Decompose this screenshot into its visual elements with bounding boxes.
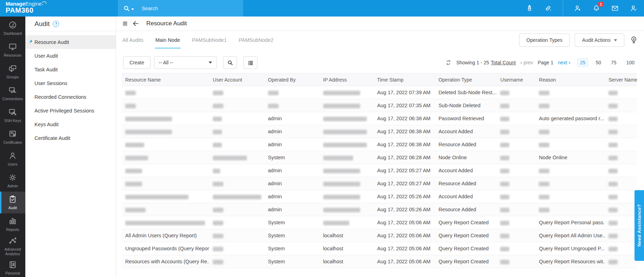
sidebar-item-label: Reports: [6, 227, 19, 232]
total-count-link[interactable]: Total Count: [491, 60, 516, 65]
tab-pamsubnode1[interactable]: PAMSubNode1: [191, 31, 228, 49]
redacted-cell: [125, 156, 148, 160]
submenu-item-keys-audit[interactable]: Keys Audit: [25, 117, 116, 131]
column-header-ip-address: IP Address: [320, 73, 374, 86]
redacted-cell: [608, 169, 618, 173]
cell-time-stamp: Aug 17, 2022 07:35 AM: [374, 99, 435, 112]
cell-username: [497, 255, 535, 268]
cell-reason: Query Report Ungrouped P...: [535, 242, 605, 255]
create-button[interactable]: Create: [123, 56, 151, 69]
redacted-cell: [268, 104, 279, 108]
page-size-100[interactable]: 100: [624, 59, 637, 66]
sidebar-item-users[interactable]: Users: [0, 148, 25, 170]
cell-text: admin: [268, 194, 282, 199]
link-icon[interactable]: [544, 4, 552, 12]
user-star-icon[interactable]: [574, 4, 582, 12]
sidebar-item-resources[interactable]: Resources: [0, 39, 25, 61]
page-size-50[interactable]: 50: [593, 59, 604, 66]
cell-text: admin: [268, 129, 282, 134]
back-arrow-icon[interactable]: [132, 20, 139, 27]
cell-username: [497, 216, 535, 229]
cell-text: Aug 17, 2022 05:26 AM: [377, 207, 431, 212]
sidebar-item-groups[interactable]: Groups: [0, 61, 25, 83]
cell-text: Aug 17, 2022 06:38 AM: [377, 129, 431, 134]
top-bar: ManageEngine PAM360 1: [0, 0, 644, 17]
submenu-item-user-audit[interactable]: User Audit: [25, 49, 116, 63]
help-icon[interactable]: ?: [53, 21, 59, 27]
redacted-cell: [500, 143, 509, 147]
column-chooser-button[interactable]: [243, 56, 257, 69]
redacted-cell: [268, 91, 279, 95]
sidebar-item-connections[interactable]: Connections: [0, 83, 25, 104]
submenu-item-active-privileged-sessions[interactable]: Active Privileged Sessions: [25, 104, 116, 117]
sidebar-item-reports[interactable]: Reports: [0, 213, 25, 235]
tab-pamsubnode2[interactable]: PAMSubNode2: [238, 31, 274, 49]
page-size-25[interactable]: 25: [577, 58, 588, 67]
table-search-button[interactable]: [223, 56, 237, 69]
cell-server-name: [605, 112, 637, 125]
sidebar-item-personal[interactable]: Personal: [0, 257, 25, 277]
collapse-menu-icon[interactable]: [122, 20, 129, 27]
global-search-bar[interactable]: [118, 0, 243, 17]
submenu-item-task-audit[interactable]: Task Audit: [25, 63, 116, 76]
table-row: adminAug 17, 2022 05:26 AMResource Added: [122, 203, 637, 216]
search-input[interactable]: [142, 6, 226, 11]
cell-ip-address: localhost: [320, 242, 374, 255]
cell-operated-by: System: [264, 242, 320, 255]
redacted-cell: [213, 247, 223, 251]
cell-text: Query Report Created: [439, 233, 489, 238]
redacted-cell: [500, 221, 509, 225]
mail-icon[interactable]: [611, 4, 619, 12]
search-icon[interactable]: [123, 5, 130, 12]
refresh-icon[interactable]: [445, 59, 452, 66]
redacted-cell: [323, 130, 367, 134]
prev-page-button[interactable]: ‹ prev: [520, 59, 533, 66]
cell-text: Query Report All Admin Use...: [539, 233, 605, 238]
submenu-item-resource-audit[interactable]: Resource Audit: [25, 35, 116, 49]
redacted-cell: [213, 117, 222, 121]
bell-icon[interactable]: 1: [592, 4, 600, 12]
cell-operated-by: admin: [264, 125, 320, 138]
submenu-item-certificate-audit[interactable]: Certificate Audit: [25, 131, 116, 145]
redacted-cell: [323, 195, 360, 199]
cell-text: Query Report Resources wit...: [539, 259, 605, 264]
page-size-75[interactable]: 75: [608, 59, 619, 66]
cell-text: admin: [268, 168, 282, 173]
tips-bulb-icon[interactable]: [629, 36, 638, 45]
tab-all-audits[interactable]: All Audits: [122, 31, 144, 49]
cell-reason: Auto generated password r...: [535, 112, 605, 125]
tab-main-node[interactable]: Main Node: [155, 31, 181, 49]
audit-actions-button[interactable]: Audit Actions: [575, 33, 624, 47]
next-page-button[interactable]: next ›: [558, 59, 570, 66]
cell-time-stamp: Aug 17, 2022 06:38 AM: [374, 125, 435, 138]
sidebar-item-audit[interactable]: Audit: [0, 192, 25, 213]
users-icon: [8, 151, 17, 160]
filter-select[interactable]: -- All --: [154, 56, 217, 69]
sidebar-item-admin[interactable]: Admin: [0, 170, 25, 192]
cell-text: Aug 17, 2022 07:35 AM: [377, 103, 431, 108]
cell-operation-type: Query Report Created: [435, 242, 497, 255]
submenu-item-user-sessions[interactable]: User Sessions: [25, 76, 116, 90]
redacted-cell: [500, 247, 509, 251]
user-profile-icon[interactable]: [630, 4, 638, 12]
sidebar-item-ssh-keys[interactable]: SSH Keys: [0, 104, 25, 126]
submenu-item-recorded-connections[interactable]: Recorded Connections: [25, 90, 116, 104]
cell-text: Auto generated password r...: [539, 116, 604, 121]
need-assistance-tab[interactable]: Need Assistance?: [635, 190, 644, 261]
rocket-icon[interactable]: [525, 4, 534, 12]
operation-types-button[interactable]: Operation Types: [519, 33, 570, 47]
redacted-cell: [608, 91, 618, 95]
search-scope-caret-icon[interactable]: [131, 8, 134, 10]
sidebar-item-dashboard[interactable]: Dashboard: [0, 17, 25, 39]
sidebar-item-advanced-analytics[interactable]: Advanced Analytics: [0, 235, 25, 257]
redacted-cell: [323, 182, 360, 186]
sidebar-item-certificates[interactable]: Certificates: [0, 126, 25, 148]
redacted-cell: [125, 117, 172, 121]
redacted-cell: [500, 156, 509, 160]
cell-operated-by: System: [264, 151, 320, 164]
cell-operation-type: Node Online: [435, 151, 497, 164]
cell-operation-type: Query Report Created: [435, 216, 497, 229]
cell-reason: Query Report Personal pass...: [535, 216, 605, 229]
submenu-title: Audit: [34, 20, 50, 28]
cell-ip-address: [320, 216, 374, 229]
